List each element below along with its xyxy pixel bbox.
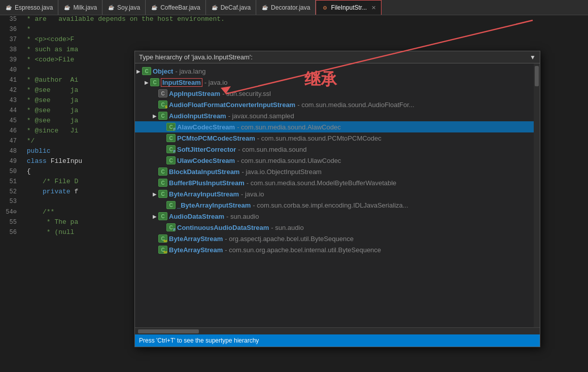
code-line-35: 35 * are available depends on the host e…: [0, 15, 588, 25]
tree-item-alawcodec[interactable]: CFAlawCodecStream- com.sun.media.sound.A…: [135, 121, 534, 132]
node-icon-ulawcodec: C: [166, 156, 176, 164]
expand-icon[interactable]: ▶: [151, 191, 158, 197]
node-name-softjitter: SoftJitterCorrector: [177, 146, 236, 153]
node-icon-blockdata: C: [158, 167, 167, 176]
node-name-audiodatastream: AudioDataStream: [169, 213, 224, 220]
node-pkg-_bytearray: - com.sun.corba.se.impl.encoding.IDLJava…: [253, 201, 408, 209]
node-icon-audioinputstream: C: [158, 112, 167, 120]
node-name-inputstream: InputStream: [161, 78, 202, 87]
node-icon-buffer8plus: C: [158, 179, 167, 187]
tree-item-audioinputstream[interactable]: ▶CAudioInputStream- javax.sound.sampled: [135, 110, 534, 121]
tab-coffeebar[interactable]: ☕ CoffeeBar.java: [146, 0, 206, 15]
node-name-alawcodec: AlawCodecStream: [177, 123, 235, 131]
popup-title: Type hierarchy of 'java.io.InputStream':: [139, 53, 253, 61]
badge-f: F: [174, 228, 176, 231]
popup-statusbar: Press 'Ctrl+T' to see the supertype hier…: [135, 334, 540, 347]
node-pkg-buffer8plus: - com.sun.media.sound.ModelByteBufferWav…: [247, 179, 397, 187]
badge-sf: SF: [163, 240, 167, 243]
node-icon-_bytearray: C: [166, 201, 176, 209]
badge-f: F: [174, 150, 176, 153]
node-icon-audiodatastream: C: [158, 212, 167, 220]
java-icon-4: ☕: [151, 4, 158, 11]
java-icon: ☕: [5, 4, 12, 11]
node-icon-alawcodec: CF: [166, 123, 176, 131]
node-pkg-appinputstream: - sun.security.ssl: [222, 90, 271, 97]
popup-horizontal-scrollbar[interactable]: [135, 327, 540, 334]
node-name-appinputstream: AppInputStream: [169, 90, 220, 97]
code-line-37: 37 * <p><code>F: [0, 36, 588, 46]
editor-area: 35 * are available depends on the host e…: [0, 15, 588, 372]
node-pkg-audioinputstream: - javax.sound.sampled: [228, 112, 294, 120]
tree-item-object[interactable]: ▶CObject- java.lang: [135, 65, 534, 77]
expand-icon[interactable]: ▶: [143, 80, 150, 85]
node-name-ulawcodec: UlawCodecStream: [177, 157, 235, 164]
node-icon-inputstream: C: [150, 78, 159, 86]
popup-vertical-scrollbar[interactable]: [534, 63, 540, 327]
code-line-36: 36 *: [0, 25, 588, 36]
badge-f: F: [174, 127, 176, 131]
tree-item-ulawcodec[interactable]: CUlawCodecStream- com.sun.media.sound.Ul…: [135, 155, 534, 166]
node-name-_bytearray: _ByteArrayInputStream: [177, 201, 251, 209]
node-name-bytearrayinputstream: ByteArrayInputStream: [169, 190, 239, 198]
tab-decaf[interactable]: ☕ DeCaf.java: [206, 0, 256, 15]
popup-header: Type hierarchy of 'java.io.InputStream':…: [135, 51, 540, 63]
tree-item-bytearraystream1[interactable]: CSFByteArrayStream- org.aspectj.apache.b…: [135, 233, 534, 244]
node-pkg-inputstream: - java.io: [204, 79, 228, 86]
tab-soy[interactable]: ☕ Soy.java: [102, 0, 146, 15]
expand-icon[interactable]: ▶: [151, 214, 158, 219]
expand-icon[interactable]: ▶: [135, 69, 142, 74]
java-icon-7: ⚙: [321, 4, 328, 11]
node-name-audiofloat: AudioFloatFormatConverterInputStream: [169, 101, 295, 109]
tab-milk[interactable]: ☕ Milk.java: [58, 0, 102, 15]
java-icon-2: ☕: [63, 4, 71, 11]
tab-close-button[interactable]: ✕: [371, 5, 376, 11]
node-pkg-blockdata: - java.io.ObjectInputStream: [241, 168, 322, 176]
node-name-blockdata: BlockDataInputStream: [169, 168, 239, 176]
tree-item-audiofloat[interactable]: CSAudioFloatFormatConverterInputStream- …: [135, 99, 534, 110]
tree-item-buffer8plus[interactable]: CBuffer8PlusInputStream- com.sun.media.s…: [135, 177, 534, 188]
popup-dropdown-button[interactable]: ▼: [530, 54, 536, 61]
tree-item-blockdata[interactable]: CBlockDataInputStream- java.io.ObjectInp…: [135, 166, 534, 177]
scrollbar-thumb: [535, 66, 539, 86]
node-icon-softjitter: CF: [166, 145, 176, 153]
java-icon-3: ☕: [108, 4, 115, 11]
node-name-bytearraystream2: ByteArrayStream: [169, 246, 223, 254]
node-pkg-audiofloat: - com.sun.media.sound.AudioFloatFor...: [297, 101, 414, 109]
tab-decorator[interactable]: ☕ Decorator.java: [256, 0, 316, 15]
tree-item-continuousaudio[interactable]: CFContinuousAudioDataStream- sun.audio: [135, 222, 534, 233]
node-icon-bytearraystream2: CSF: [158, 246, 167, 254]
popup-body: ▶CObject- java.lang▶CInputStream- java.i…: [135, 63, 540, 327]
tree-item-inputstream[interactable]: ▶CInputStream- java.io: [135, 77, 534, 88]
node-name-bytearraystream1: ByteArrayStream: [169, 235, 223, 243]
tree-item-bytearrayinputstream[interactable]: ▶CByteArrayInputStream- java.io: [135, 188, 534, 199]
node-icon-audiofloat: CS: [158, 100, 167, 109]
badge-sf: SF: [163, 251, 167, 254]
expand-icon[interactable]: ▶: [151, 113, 158, 119]
badge-s: S: [165, 105, 167, 109]
tab-espresso[interactable]: ☕ Espresso.java: [0, 0, 58, 15]
java-icon-5: ☕: [211, 4, 218, 11]
node-icon-bytearraystream1: CSF: [158, 234, 167, 243]
node-pkg-alawcodec: - com.sun.media.sound.AlawCodec: [237, 123, 341, 131]
node-icon-appinputstream: C: [158, 89, 167, 97]
tree-item-audiodatastream[interactable]: ▶CAudioDataStream- sun.audio: [135, 211, 534, 222]
node-icon-object: C: [142, 67, 151, 75]
node-pkg-bytearrayinputstream: - java.io: [241, 190, 264, 198]
tree-item-bytearraystream2[interactable]: CSFByteArrayStream- com.sun.org.apache.b…: [135, 244, 534, 255]
status-text: Press 'Ctrl+T' to see the supertype hier…: [139, 337, 259, 344]
tab-fileinputstream[interactable]: ⚙ FileInputStr... ✕: [316, 0, 382, 15]
type-hierarchy-tree[interactable]: ▶CObject- java.lang▶CInputStream- java.i…: [135, 63, 534, 327]
node-icon-bytearrayinputstream: C: [158, 190, 167, 198]
tree-item-pcmtopcm[interactable]: CPCMtoPCMCodecStream- com.sun.media.soun…: [135, 132, 534, 144]
node-name-continuousaudio: ContinuousAudioDataStream: [177, 224, 269, 231]
node-pkg-pcmtopcm: - com.sun.media.sound.PCMtoPCMCodec: [257, 134, 382, 142]
node-pkg-continuousaudio: - sun.audio: [271, 224, 303, 231]
node-icon-pcmtopcm: C: [166, 134, 176, 142]
tree-item-appinputstream[interactable]: CAppInputStream- sun.security.ssl: [135, 88, 534, 99]
tree-item-softjitter[interactable]: CFSoftJitterCorrector- com.sun.media.sou…: [135, 144, 534, 155]
node-name-pcmtopcm: PCMtoPCMCodecStream: [177, 134, 255, 142]
tree-item-_bytearray[interactable]: C_ByteArrayInputStream- com.sun.corba.se…: [135, 199, 534, 211]
node-name-object: Object: [153, 67, 173, 75]
tab-bar: ☕ Espresso.java ☕ Milk.java ☕ Soy.java ☕…: [0, 0, 588, 15]
node-pkg-ulawcodec: - com.sun.media.sound.UlawCodec: [237, 157, 341, 164]
